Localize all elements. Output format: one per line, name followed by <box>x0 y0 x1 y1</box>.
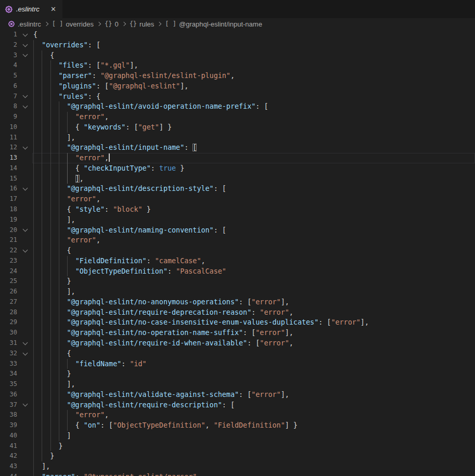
code-line[interactable]: 20 "@graphql-eslint/naming-convention": … <box>0 225 475 236</box>
code-line[interactable]: 38 "error", <box>0 410 475 420</box>
code-line[interactable]: 13 "error", <box>0 153 475 163</box>
fold-column <box>17 174 33 184</box>
chevron-down-icon[interactable] <box>23 402 28 407</box>
breadcrumb-item-label: overrides <box>66 20 93 28</box>
code-token: "PascalCase" <box>176 267 226 275</box>
breadcrumb-item[interactable]: [ ]@graphql-eslint/input-name <box>165 20 262 28</box>
tab-eslintrc[interactable]: .eslintrc ✕ <box>0 0 62 18</box>
code-line[interactable]: 3 { <box>0 50 475 61</box>
code-line[interactable]: 17 "error", <box>0 194 475 204</box>
code-line[interactable]: 15 ], <box>0 174 475 184</box>
code-token: "block" <box>113 205 142 213</box>
gutter: 2 <box>0 40 33 50</box>
code-token: "@graphql-eslint/require-deprecation-rea… <box>67 308 252 316</box>
line-number: 19 <box>0 215 17 225</box>
code-line[interactable]: 29 "@graphql-eslint/no-case-insensitive-… <box>0 317 475 328</box>
code-text: "@graphql-eslint/no-case-insensitive-enu… <box>33 317 369 328</box>
code-line[interactable]: 6 "plugins": ["@graphql-eslint"], <box>0 81 475 92</box>
code-line[interactable]: 24 "ObjectTypeDefinition": "PascalCase" <box>0 266 475 277</box>
close-icon[interactable]: ✕ <box>49 5 57 14</box>
code-text: { "style": "block" } <box>33 204 151 215</box>
code-token <box>33 257 75 265</box>
code-line[interactable]: 16 "@graphql-eslint/description-style": … <box>0 184 475 194</box>
code-line[interactable]: 27 "@graphql-eslint/no-anonymous-operati… <box>0 297 475 307</box>
code-token: ], <box>67 380 75 388</box>
code-line[interactable]: 21 "error", <box>0 235 475 246</box>
code-token <box>33 339 67 347</box>
code-line[interactable]: 34 } <box>0 369 475 379</box>
code-text: "@graphql-eslint/require-description": [ <box>33 400 235 410</box>
gutter: 29 <box>0 317 33 328</box>
line-number: 33 <box>0 359 17 369</box>
gutter: 31 <box>0 338 33 349</box>
code-line[interactable]: 22 { <box>0 246 475 256</box>
chevron-down-icon[interactable] <box>23 340 28 345</box>
code-token: "error" <box>260 308 289 316</box>
code-token: : [ <box>222 401 235 409</box>
code-line[interactable]: 35 ], <box>0 379 475 390</box>
code-line[interactable]: 2 "overrides": [ <box>0 40 475 50</box>
chevron-down-icon[interactable] <box>23 248 28 253</box>
code-line[interactable]: 18 { "style": "block" } <box>0 204 475 215</box>
code-line[interactable]: 7 "rules": { <box>0 92 475 102</box>
code-text: { <box>33 246 71 256</box>
code-line[interactable]: 5 "parser": "@graphql-eslint/eslint-plug… <box>0 71 475 81</box>
code-line[interactable]: 39 { "on": ["ObjectTypeDefinition", "Fie… <box>0 420 475 431</box>
chevron-down-icon[interactable] <box>23 42 28 47</box>
breadcrumb-item[interactable]: .eslintrc <box>8 20 41 28</box>
chevron-down-icon[interactable] <box>23 104 28 109</box>
code-line[interactable]: 14 { "checkInputType": true } <box>0 163 475 174</box>
code-line[interactable]: 12 "@graphql-eslint/input-name": [ <box>0 143 475 153</box>
code-line[interactable]: 4 "files": ["*.gql"], <box>0 60 475 71</box>
line-number: 1 <box>0 30 17 40</box>
code-line[interactable]: 9 "error", <box>0 112 475 122</box>
chevron-down-icon[interactable] <box>23 227 28 232</box>
code-line[interactable]: 30 "@graphql-eslint/no-operation-name-su… <box>0 328 475 338</box>
code-line[interactable]: 40 ] <box>0 431 475 441</box>
line-number: 22 <box>0 246 17 256</box>
code-line[interactable]: 11 ], <box>0 133 475 143</box>
code-token: : [ <box>214 185 226 192</box>
fold-column <box>17 40 33 50</box>
code-token: : <box>105 205 113 213</box>
chevron-down-icon[interactable] <box>23 93 28 98</box>
line-number: 23 <box>0 256 17 266</box>
gutter: 4 <box>0 60 33 71</box>
code-line[interactable]: 26 ], <box>0 287 475 297</box>
code-token <box>33 113 75 121</box>
chevron-down-icon[interactable] <box>23 52 28 57</box>
code-line[interactable]: 19 ], <box>0 215 475 225</box>
chevron-down-icon[interactable] <box>23 350 28 355</box>
object-symbol-icon: {} <box>105 20 112 28</box>
code-token: { <box>67 247 71 254</box>
code-text: "@graphql-eslint/require-deprecation-rea… <box>33 307 293 318</box>
code-line[interactable]: 28 "@graphql-eslint/require-deprecation-… <box>0 307 475 318</box>
code-line[interactable]: 10 { "keywords": ["get"] } <box>0 122 475 133</box>
code-line[interactable]: 36 "@graphql-eslint/validate-against-sch… <box>0 390 475 400</box>
code-line[interactable]: 31 "@graphql-eslint/require-id-when-avai… <box>0 338 475 349</box>
gutter: 42 <box>0 451 33 461</box>
code-editor[interactable]: 1{2 "overrides": [3 {4 "files": ["*.gql"… <box>0 30 475 476</box>
code-token: "style" <box>75 205 105 213</box>
line-number: 38 <box>0 410 17 420</box>
code-line[interactable]: 37 "@graphql-eslint/require-description"… <box>0 400 475 410</box>
code-line[interactable]: 25 } <box>0 276 475 287</box>
code-line[interactable]: 44 "parser": "@typescript-eslint/parser"… <box>0 472 475 476</box>
code-token: "files" <box>58 61 87 69</box>
code-line[interactable]: 32 { <box>0 349 475 359</box>
breadcrumb-item[interactable]: [ ]overrides <box>52 20 94 28</box>
chevron-down-icon[interactable] <box>23 31 28 36</box>
breadcrumb-item[interactable]: {}0 <box>105 20 119 28</box>
code-line[interactable]: 1{ <box>0 30 475 40</box>
code-line[interactable]: 33 "fieldName": "id" <box>0 359 475 369</box>
code-line[interactable]: 8 "@graphql-eslint/avoid-operation-name-… <box>0 101 475 112</box>
code-token: : [ <box>318 318 331 326</box>
chevron-down-icon[interactable] <box>23 145 28 150</box>
code-line[interactable]: 42 } <box>0 451 475 461</box>
code-line[interactable]: 43 ], <box>0 461 475 472</box>
code-line[interactable]: 41 } <box>0 441 475 452</box>
breadcrumb-item[interactable]: {}rules <box>130 20 155 28</box>
code-text: "error", <box>33 410 109 420</box>
code-line[interactable]: 23 "FieldDefinition": "camelCase", <box>0 256 475 266</box>
chevron-down-icon[interactable] <box>23 186 28 191</box>
